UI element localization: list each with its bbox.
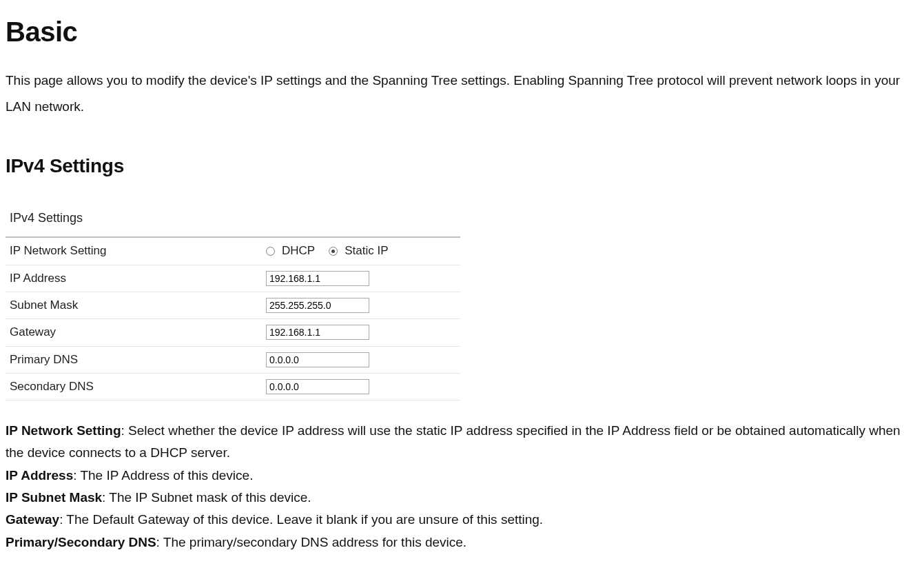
section-heading-ipv4: IPv4 Settings [6, 148, 918, 184]
def-term: IP Subnet Mask [6, 490, 102, 505]
row-subnet-mask: Subnet Mask [6, 292, 460, 319]
radio-dhcp[interactable] [266, 247, 275, 256]
row-primary-dns: Primary DNS [6, 347, 460, 374]
row-ip-network-setting: IP Network Setting DHCP Static IP [6, 238, 460, 265]
def-term: Gateway [6, 512, 59, 527]
page-title: Basic [6, 6, 918, 58]
def-text: : Select whether the device IP address w… [6, 423, 901, 460]
def-ip-network-setting: IP Network Setting: Select whether the d… [6, 420, 918, 465]
panel-title: IPv4 Settings [6, 203, 460, 238]
ipv4-settings-panel: IPv4 Settings IP Network Setting DHCP St… [6, 203, 460, 400]
def-text: : The primary/secondary DNS address for … [156, 535, 467, 549]
row-gateway: Gateway [6, 319, 460, 346]
def-term: Primary/Secondary DNS [6, 535, 156, 549]
def-term: IP Address [6, 468, 73, 483]
radio-static-ip[interactable] [329, 247, 338, 256]
def-text: : The IP Subnet mask of this device. [102, 490, 311, 505]
row-secondary-dns: Secondary DNS [6, 374, 460, 400]
label-subnet-mask: Subnet Mask [10, 294, 266, 316]
row-ip-address: IP Address [6, 265, 460, 292]
def-term: IP Network Setting [6, 423, 121, 438]
def-gateway: Gateway: The Default Gateway of this dev… [6, 509, 918, 531]
def-text: : The Default Gateway of this device. Le… [59, 512, 543, 527]
label-gateway: Gateway [10, 321, 266, 343]
def-primary-secondary-dns: Primary/Secondary DNS: The primary/secon… [6, 531, 918, 554]
def-ip-subnet-mask: IP Subnet Mask: The IP Subnet mask of th… [6, 487, 918, 509]
input-secondary-dns[interactable] [266, 379, 369, 394]
input-gateway[interactable] [266, 325, 369, 340]
input-subnet-mask[interactable] [266, 298, 369, 313]
radio-dhcp-label: DHCP [282, 240, 315, 262]
radio-static-ip-label: Static IP [345, 240, 388, 262]
label-ip-address: IP Address [10, 267, 266, 290]
label-ip-network-setting: IP Network Setting [10, 240, 266, 262]
label-primary-dns: Primary DNS [10, 349, 266, 371]
input-primary-dns[interactable] [266, 352, 369, 367]
def-text: : The IP Address of this device. [73, 468, 253, 483]
input-ip-address[interactable] [266, 271, 369, 286]
definitions-block: IP Network Setting: Select whether the d… [6, 420, 918, 554]
label-secondary-dns: Secondary DNS [10, 376, 266, 398]
page-intro: This page allows you to modify the devic… [6, 68, 918, 120]
def-ip-address: IP Address: The IP Address of this devic… [6, 465, 918, 487]
